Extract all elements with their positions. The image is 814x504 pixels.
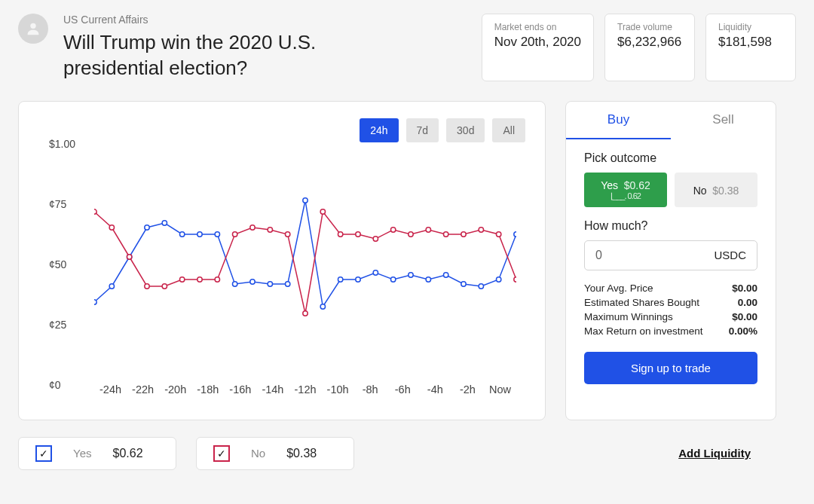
svg-point-2: [109, 283, 114, 288]
svg-point-4: [145, 225, 149, 229]
y-tick: ¢0: [49, 379, 61, 391]
y-tick: $1.00: [49, 138, 75, 150]
svg-point-15: [338, 276, 342, 281]
svg-point-18: [390, 276, 395, 281]
svg-point-45: [426, 227, 430, 231]
svg-point-25: [514, 231, 516, 236]
stat-trade-volume: Trade volume $6,232,966: [604, 14, 695, 81]
svg-point-13: [303, 197, 308, 202]
svg-point-7: [197, 231, 202, 236]
svg-point-27: [109, 225, 114, 229]
svg-point-41: [356, 231, 360, 236]
y-tick: ¢50: [49, 258, 66, 270]
svg-point-46: [443, 231, 448, 236]
market-category: US Current Affairs: [63, 14, 467, 26]
svg-point-11: [268, 281, 272, 286]
svg-point-28: [127, 254, 131, 258]
svg-point-32: [197, 276, 202, 281]
svg-point-16: [356, 276, 360, 281]
svg-point-20: [426, 276, 430, 281]
y-tick: ¢25: [49, 319, 66, 331]
period-picker: 24h 7d 30d All: [360, 118, 525, 142]
svg-point-5: [162, 220, 167, 225]
price-chart-panel: 24h 7d 30d All $1.00 ¢75 ¢50 ¢25 ¢0 -24h…: [18, 101, 546, 420]
svg-point-31: [179, 276, 184, 281]
period-30d[interactable]: 30d: [446, 118, 485, 142]
legend-no[interactable]: ✓ No $0.38: [196, 437, 354, 470]
row-max-winnings-value: $0.00: [732, 311, 757, 322]
period-24h[interactable]: 24h: [360, 118, 398, 142]
row-avg-price-label: Your Avg. Price: [584, 283, 653, 294]
period-all[interactable]: All: [492, 118, 525, 142]
svg-point-48: [479, 227, 483, 231]
svg-point-9: [232, 281, 237, 286]
svg-point-21: [443, 272, 448, 276]
svg-point-37: [285, 231, 289, 236]
svg-point-19: [409, 272, 413, 276]
svg-point-23: [479, 283, 483, 288]
checkbox-no[interactable]: ✓: [213, 445, 230, 462]
svg-point-39: [320, 209, 325, 213]
outcome-yes-button[interactable]: Yes $0.62 ⌊___. 0.62: [584, 173, 667, 207]
svg-point-26: [94, 209, 96, 213]
signup-to-trade-button[interactable]: Sign up to trade: [584, 352, 757, 384]
y-tick: ¢75: [49, 198, 66, 210]
svg-point-29: [145, 283, 149, 288]
svg-point-14: [320, 304, 325, 308]
row-max-roi-label: Max Return on investment: [584, 325, 703, 337]
row-max-winnings-label: Maximum Winnings: [584, 311, 673, 322]
stat-liquidity: Liquidity $181,598: [705, 14, 796, 81]
svg-point-47: [461, 231, 466, 236]
svg-point-35: [250, 225, 255, 229]
tab-sell[interactable]: Sell: [671, 102, 776, 139]
svg-point-22: [461, 281, 466, 286]
tab-buy[interactable]: Buy: [566, 102, 671, 139]
trade-panel: Buy Sell Pick outcome Yes $0.62 ⌊___. 0.…: [565, 101, 776, 420]
market-stats: Market ends on Nov 20th, 2020 Trade volu…: [482, 14, 796, 81]
svg-point-10: [250, 279, 255, 283]
svg-point-38: [303, 310, 308, 315]
add-liquidity-link[interactable]: Add Liquidity: [678, 447, 751, 460]
market-avatar: [18, 14, 48, 44]
row-est-shares-value: 0.00: [738, 297, 757, 308]
svg-point-44: [409, 231, 413, 236]
svg-point-49: [496, 231, 500, 236]
svg-point-8: [215, 231, 219, 236]
how-much-label: How much?: [584, 219, 757, 233]
svg-point-24: [496, 276, 500, 281]
stat-market-ends: Market ends on Nov 20th, 2020: [482, 14, 594, 81]
svg-point-6: [179, 231, 184, 236]
svg-point-12: [285, 281, 289, 286]
chart-svg: [94, 144, 516, 370]
x-axis-labels: -24h-22h-20h-18h-16h-14h-12h-10h-8h-6h-4…: [94, 383, 516, 396]
outcome-no-button[interactable]: No $0.38: [675, 173, 757, 207]
legend-yes[interactable]: ✓ Yes $0.62: [18, 437, 176, 470]
amount-input[interactable]: [595, 249, 686, 262]
period-7d[interactable]: 7d: [406, 118, 439, 142]
svg-point-30: [162, 283, 167, 288]
svg-point-34: [232, 231, 237, 236]
svg-point-40: [338, 231, 342, 236]
row-est-shares-label: Estimated Shares Bought: [584, 297, 699, 308]
svg-point-43: [390, 227, 395, 231]
currency-label: USDC: [714, 249, 746, 261]
svg-point-36: [268, 227, 272, 231]
pick-outcome-label: Pick outcome: [584, 151, 757, 165]
svg-point-33: [215, 276, 219, 281]
svg-point-50: [514, 276, 516, 281]
svg-point-17: [373, 270, 378, 274]
svg-point-42: [373, 236, 378, 240]
market-title: Will Trump win the 2020 U.S. presidentia…: [63, 30, 410, 81]
svg-point-0: [30, 23, 35, 29]
checkbox-yes[interactable]: ✓: [35, 445, 52, 462]
row-max-roi-value: 0.00%: [729, 325, 757, 337]
svg-point-1: [94, 299, 96, 304]
row-avg-price-value: $0.00: [732, 283, 757, 294]
